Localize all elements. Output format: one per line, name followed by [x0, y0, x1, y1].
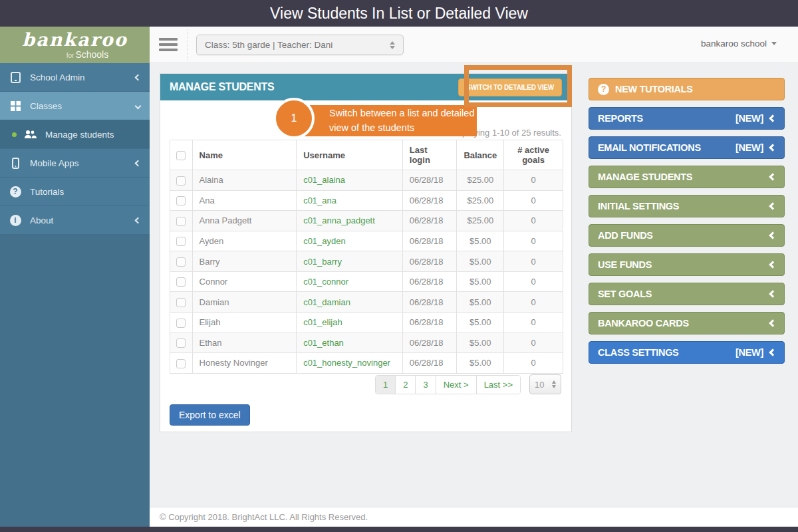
sidebar-item-school-admin[interactable]: School Admin: [0, 63, 150, 92]
table-row: Elijah c01_elijah 06/28/18 $5.00 0: [170, 312, 563, 332]
callout-text: Switch between a list and detailed view …: [329, 106, 477, 134]
account-menu-label: bankaroo school: [701, 39, 767, 49]
student-balance: $5.00: [457, 292, 504, 313]
page-list: 1 2 3 Next > Last >>: [375, 375, 521, 394]
student-username-link[interactable]: c01_barry: [303, 257, 342, 267]
student-username-link[interactable]: c01_alaina: [303, 175, 345, 185]
column-header-balance[interactable]: Balance: [457, 140, 504, 170]
table-header-row: Name Username Last login Balance # activ…: [170, 140, 563, 170]
panel-new-tutorials[interactable]: ? NEW TUTORIALS: [589, 78, 785, 100]
panel-label: USE FUNDS: [598, 259, 652, 270]
panel-set-goals[interactable]: SET GOALS: [589, 283, 785, 305]
chevron-down-icon: [771, 42, 777, 45]
switch-to-detailed-view-button[interactable]: SWITCH TO DETAILED VIEW: [458, 78, 562, 96]
table-row: Connor c01_connor 06/28/18 $5.00 0: [170, 271, 563, 292]
panel-label: MANAGE STUDENTS: [598, 172, 692, 182]
student-username-link[interactable]: c01_honesty_novinger: [303, 358, 390, 368]
panel-reports[interactable]: REPORTS [NEW]: [589, 107, 785, 130]
panel-class-settings[interactable]: CLASS SETTINGS [NEW]: [589, 341, 785, 364]
student-last-login: 06/28/18: [402, 190, 457, 211]
export-to-excel-button[interactable]: Export to excel: [170, 404, 250, 426]
student-name: Ethan: [192, 332, 297, 353]
student-username-link[interactable]: c01_elijah: [303, 317, 342, 327]
student-name: Elijah: [192, 312, 297, 332]
sidebar-item-mobile-apps[interactable]: Mobile Apps: [0, 149, 150, 178]
sidebar-item-tutorials[interactable]: ? Tutorials: [0, 178, 150, 206]
sidebar-item-classes[interactable]: Classes: [0, 92, 150, 120]
panel-manage-students[interactable]: MANAGE STUDENTS: [589, 166, 785, 188]
chevron-left-icon: [769, 290, 776, 297]
student-name: Ana: [192, 190, 297, 211]
hamburger-menu-icon[interactable]: [159, 38, 178, 51]
student-goals: 0: [504, 332, 563, 353]
page-button-1[interactable]: 1: [376, 376, 396, 394]
class-teacher-select[interactable]: Class: 5th garde | Teacher: Dani: [196, 35, 404, 55]
mobile-phone-icon: [9, 157, 21, 169]
panel-email-notifications[interactable]: EMAIL NOTIFICATIONS [NEW]: [589, 136, 785, 159]
student-goals: 0: [504, 211, 563, 231]
student-username-link[interactable]: c01_connor: [303, 277, 348, 287]
column-header-username[interactable]: Username: [297, 140, 403, 170]
bottom-strip: [0, 527, 798, 532]
sidebar-item-label: Tutorials: [30, 187, 64, 197]
panel-header: MANAGE STUDENTS SWITCH TO DETAILED VIEW: [160, 74, 571, 100]
student-balance: $25.00: [457, 170, 504, 191]
panel-use-funds[interactable]: USE FUNDS: [589, 253, 785, 276]
panel-bankaroo-cards[interactable]: BANKAROO CARDS: [589, 312, 785, 334]
brand-tagline: forSchools: [66, 49, 108, 60]
row-checkbox[interactable]: [176, 237, 186, 246]
column-header-last-login[interactable]: Last login: [402, 140, 457, 170]
row-checkbox[interactable]: [176, 257, 186, 267]
sidebar-item-about[interactable]: i About: [0, 206, 150, 235]
class-teacher-select-value: Class: 5th garde | Teacher: Dani: [205, 40, 332, 50]
student-balance: $25.00: [457, 190, 504, 211]
panel-add-funds[interactable]: ADD FUNDS: [589, 224, 785, 247]
brand-tagline-prefix: for: [66, 52, 74, 59]
column-header-name[interactable]: Name: [192, 140, 297, 170]
row-checkbox[interactable]: [176, 338, 186, 348]
row-checkbox[interactable]: [176, 277, 186, 287]
select-all-checkbox[interactable]: [176, 151, 186, 160]
next-page-button[interactable]: Next >: [436, 376, 477, 394]
sidebar-item-label: Classes: [30, 101, 62, 111]
row-checkbox[interactable]: [176, 196, 186, 205]
table-row: Ana c01_ana 06/28/18 $25.00 0: [170, 190, 563, 211]
row-checkbox[interactable]: [176, 217, 186, 226]
panel-label: CLASS SETTINGS: [598, 347, 678, 358]
row-checkbox[interactable]: [176, 176, 186, 186]
page-button-2[interactable]: 2: [396, 376, 416, 394]
chevron-left-icon: [135, 160, 142, 166]
page-size-select[interactable]: 10: [529, 374, 561, 394]
table-row: Alaina c01_alaina 06/28/18 $25.00 0: [170, 170, 563, 191]
panel-initial-settings[interactable]: INITIAL SETTINGS: [589, 195, 785, 217]
student-name: Ayden: [192, 231, 297, 251]
top-bar: Class: 5th garde | Teacher: Dani bankaro…: [150, 27, 798, 63]
page-size-value: 10: [535, 380, 544, 390]
column-header-goals[interactable]: # active goals: [504, 140, 563, 170]
student-goals: 0: [504, 231, 563, 251]
student-username-link[interactable]: c01_anna_padgett: [303, 215, 375, 225]
row-checkbox[interactable]: [176, 298, 186, 307]
page-title-text: View Students In List or Detailed View: [270, 5, 528, 23]
page-button-3[interactable]: 3: [416, 376, 436, 394]
student-balance: $5.00: [457, 312, 504, 332]
new-badge: [NEW]: [735, 113, 763, 124]
row-checkbox[interactable]: [176, 359, 186, 368]
account-menu[interactable]: bankaroo school: [701, 39, 777, 49]
sidebar-item-label: School Admin: [30, 72, 85, 82]
student-name: Honesty Novinger: [192, 353, 297, 374]
student-username-link[interactable]: c01_damian: [303, 297, 350, 307]
student-username-link[interactable]: c01_ana: [303, 196, 336, 205]
last-page-button[interactable]: Last >>: [477, 376, 520, 394]
student-username-link[interactable]: c01_ayden: [303, 236, 346, 246]
student-username-link[interactable]: c01_ethan: [303, 338, 344, 348]
info-circle-icon: i: [9, 214, 21, 226]
sidebar-item-manage-students[interactable]: Manage students: [0, 120, 150, 149]
brand-name: bankaroo: [22, 31, 127, 49]
student-goals: 0: [504, 353, 563, 374]
panel-label: NEW TUTORIALS: [615, 84, 693, 94]
row-checkbox[interactable]: [176, 319, 186, 328]
chevron-left-icon: [769, 231, 776, 239]
student-last-login: 06/28/18: [402, 211, 457, 231]
select-carets-icon: [552, 380, 556, 388]
